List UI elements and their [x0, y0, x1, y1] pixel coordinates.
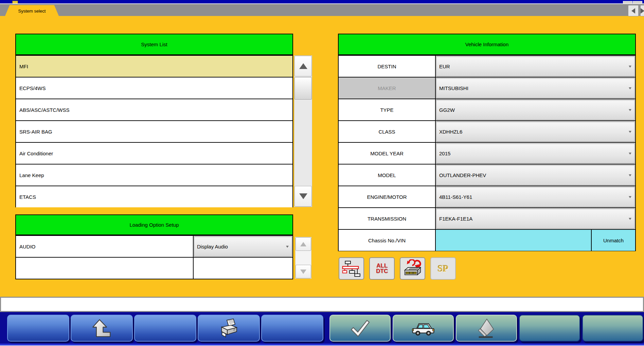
vehicle-row-maker: MAKER MITSUBISHI [339, 77, 635, 99]
dropdown-chevron-icon [629, 153, 631, 155]
destin-dropdown[interactable]: EUR [436, 56, 635, 76]
system-list-item-lanekeep[interactable]: Lane Keep [16, 164, 292, 186]
model-dropdown[interactable]: OUTLANDER-PHEV [436, 165, 635, 185]
loading-scroll-up-button[interactable] [296, 237, 311, 251]
transmission-dropdown[interactable]: F1EKA-F1E1A [436, 208, 635, 229]
dropdown-chevron-icon [629, 174, 631, 176]
loading-option-header: Loading Option Setup [16, 215, 292, 235]
dropdown-chevron-icon [629, 87, 631, 89]
audio-label: AUDIO [16, 236, 194, 257]
toolbar-button-print[interactable] [198, 315, 260, 342]
class-dropdown[interactable]: XDHHZL6 [436, 121, 635, 142]
scroll-up-button[interactable] [294, 56, 312, 76]
type-dropdown[interactable]: GG2W [436, 100, 635, 120]
toolbar-button-back[interactable] [71, 315, 133, 342]
dropdown-chevron-icon [629, 196, 631, 198]
tab-label: System select [18, 8, 46, 14]
toolbar-button-blank-5[interactable] [582, 315, 643, 342]
maker-dropdown[interactable]: MITSUBISHI [436, 78, 635, 98]
scroll-up-icon [300, 242, 306, 246]
dropdown-chevron-icon [286, 246, 289, 248]
scroll-up-icon [299, 63, 307, 69]
dropdown-chevron-icon [629, 109, 631, 111]
vehicle-info-header: Vehicle Information [339, 34, 635, 55]
vehicle-row-class: CLASS XDHHZL6 [339, 120, 635, 142]
toolbar-button-erase[interactable] [456, 315, 517, 342]
vehicle-row-chassis: Chassis No./VIN Unmatch [339, 229, 635, 251]
audio-value-cell: Display Audio [194, 236, 292, 257]
scrollbar-thumb[interactable] [294, 77, 312, 100]
system-list-item-srs[interactable]: SRS-AIR BAG [16, 120, 292, 142]
tab-scroll-left-icon [631, 8, 635, 14]
dropdown-chevron-icon [629, 131, 631, 133]
system-tree-icon [341, 260, 362, 277]
system-list-item-aircon[interactable]: Air Conditioner [16, 142, 292, 164]
model-year-dropdown[interactable]: 2015 [436, 143, 635, 163]
system-list-item-etacs[interactable]: ETACS [16, 186, 292, 207]
toolbar-button-blank-3[interactable] [261, 315, 323, 342]
system-list-title: System List [141, 41, 167, 47]
vehicle-info-title: Vehicle Information [465, 41, 509, 47]
ecu-reprogram-button[interactable] [400, 257, 425, 280]
scroll-down-button[interactable] [294, 186, 312, 207]
vehicle-info-panel: Vehicle Information DESTIN EUR MAKER MIT… [338, 34, 636, 251]
unmatch-button[interactable]: Unmatch [591, 230, 635, 251]
tab-strip: System select [0, 3, 644, 16]
chassis-vin-input[interactable] [436, 230, 591, 251]
printer-icon [219, 318, 239, 339]
toolbar-button-blank-4[interactable] [519, 315, 580, 342]
loading-option-title: Loading Option Setup [129, 222, 179, 228]
loading-option-row-empty [16, 257, 292, 279]
loading-scroll-down-button[interactable] [296, 265, 311, 278]
all-dtc-button[interactable]: ALL DTC [369, 257, 395, 280]
vehicle-row-destin: DESTIN EUR [339, 55, 635, 77]
mut3-system-select-window: System select System List MFI ECPS/4WS A… [0, 0, 644, 346]
system-list-scrollbar[interactable] [294, 55, 312, 207]
toolbar-button-blank-1[interactable] [7, 315, 69, 342]
all-dtc-icon: ALL DTC [376, 263, 388, 274]
toolbar-button-blank-2[interactable] [134, 315, 196, 342]
engine-dropdown[interactable]: 4B11-S61-Y61 [436, 187, 635, 207]
system-list-item-ecps[interactable]: ECPS/4WS [16, 77, 292, 99]
system-list-header: System List [16, 34, 292, 55]
window-titlebar [0, 0, 644, 3]
audio-dropdown[interactable]: Display Audio [194, 236, 292, 257]
bottom-toolbar [0, 312, 644, 346]
back-arrow-icon [92, 318, 112, 338]
toolbar-button-ok[interactable] [329, 315, 391, 342]
loading-option-panel: Loading Option Setup AUDIO Display Audio [15, 214, 293, 279]
toolbar-button-vehicle[interactable] [393, 315, 454, 342]
vehicle-row-type: TYPE GG2W [339, 99, 635, 120]
scroll-down-icon [300, 270, 306, 274]
scroll-down-icon [299, 193, 307, 199]
tab-scroll-right-button[interactable] [640, 5, 644, 16]
vehicle-row-model: MODEL OUTLANDER-PHEV [339, 164, 635, 186]
check-icon [350, 318, 371, 339]
system-list-item-abs[interactable]: ABS/ASC/ASTC/WSS [16, 99, 292, 120]
system-list-item-mfi[interactable]: MFI [16, 55, 292, 77]
car-icon [411, 320, 435, 337]
tab-scroll-left-button[interactable] [628, 5, 639, 16]
vehicle-row-model-year: MODEL YEAR 2015 [339, 142, 635, 164]
dropdown-chevron-icon [629, 218, 631, 220]
ecu-reprogram-icon [402, 259, 423, 278]
status-message-bar [0, 297, 644, 312]
system-tree-button[interactable] [339, 257, 364, 280]
system-list-panel: System List MFI ECPS/4WS ABS/ASC/ASTC/WS… [15, 34, 293, 207]
tab-scroll-right-icon [641, 8, 644, 14]
eraser-icon [476, 318, 497, 339]
loading-option-row-audio: AUDIO Display Audio [16, 235, 292, 257]
tab-system-select[interactable]: System select [5, 5, 59, 17]
loading-option-scrollbar [295, 237, 311, 279]
vehicle-row-transmission: TRANSMISSION F1EKA-F1E1A [339, 207, 635, 229]
vehicle-row-engine: ENGINE/MOTOR 4B11-S61-Y61 [339, 186, 635, 207]
sp-icon: SP [438, 263, 449, 274]
sp-button[interactable]: SP [430, 257, 456, 280]
dropdown-chevron-icon [629, 66, 631, 68]
